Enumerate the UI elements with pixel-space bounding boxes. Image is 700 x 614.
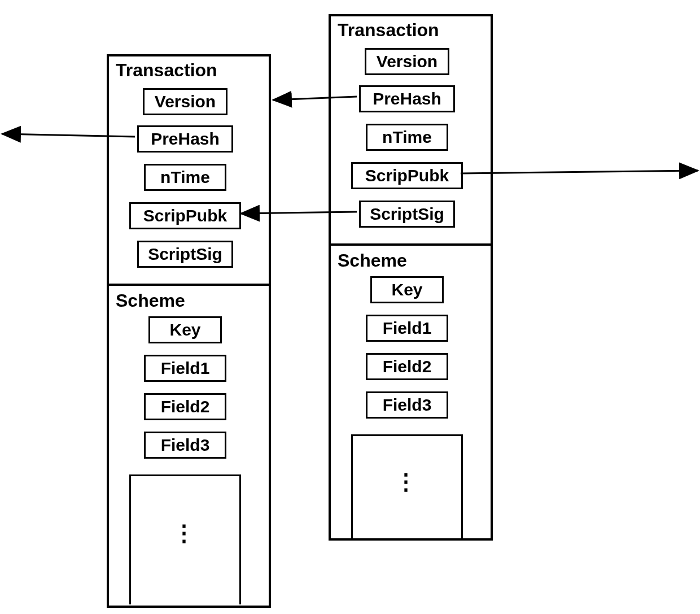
arrow-right-scrippubk-out bbox=[461, 171, 698, 173]
right-transaction-title: Transaction bbox=[331, 16, 444, 43]
left-vdots-icon: ⋮ bbox=[180, 520, 188, 547]
right-prehash-cell: PreHash bbox=[359, 85, 455, 112]
right-field1-label: Field1 bbox=[383, 319, 432, 338]
left-scrippubk-label: ScripPubk bbox=[143, 206, 227, 225]
left-field2-cell: Field2 bbox=[144, 393, 226, 420]
left-scrippubk-cell: ScripPubk bbox=[129, 202, 241, 229]
left-block: Transaction Version PreHash nTime ScripP… bbox=[107, 54, 271, 608]
right-key-label: Key bbox=[391, 280, 422, 299]
right-vdots-icon: ⋮ bbox=[402, 468, 410, 495]
right-prehash-label: PreHash bbox=[373, 89, 441, 108]
right-version-cell: Version bbox=[365, 48, 449, 75]
left-transaction-title: Transaction bbox=[109, 56, 222, 83]
right-scriptsig-cell: ScriptSig bbox=[359, 201, 455, 228]
right-version-label: Version bbox=[377, 52, 438, 71]
right-field3-label: Field3 bbox=[383, 395, 432, 415]
left-field3-label: Field3 bbox=[161, 436, 210, 455]
right-ntime-cell: nTime bbox=[366, 124, 448, 151]
left-scheme-title: Scheme bbox=[109, 287, 190, 313]
right-field2-label: Field2 bbox=[383, 357, 432, 376]
left-ntime-label: nTime bbox=[160, 168, 210, 187]
right-scrippubk-cell: ScripPubk bbox=[351, 162, 463, 189]
left-divider bbox=[107, 284, 271, 286]
right-divider bbox=[329, 243, 493, 246]
diagram-canvas: Transaction Version PreHash nTime ScripP… bbox=[0, 0, 700, 614]
right-key-cell: Key bbox=[370, 276, 444, 303]
left-ntime-cell: nTime bbox=[144, 164, 226, 191]
right-scriptsig-label: ScriptSig bbox=[370, 204, 444, 224]
right-block: Transaction Version PreHash nTime ScripP… bbox=[329, 14, 493, 541]
left-field3-cell: Field3 bbox=[144, 432, 226, 459]
right-field3-cell: Field3 bbox=[366, 391, 448, 419]
left-field2-label: Field2 bbox=[161, 397, 210, 416]
right-scrippubk-label: ScripPubk bbox=[365, 166, 449, 185]
left-scriptsig-label: ScriptSig bbox=[148, 245, 222, 264]
right-scheme-title: Scheme bbox=[331, 247, 412, 273]
right-ntime-label: nTime bbox=[382, 128, 432, 147]
left-prehash-cell: PreHash bbox=[137, 125, 233, 153]
left-field1-label: Field1 bbox=[161, 359, 210, 378]
right-field2-cell: Field2 bbox=[366, 353, 448, 380]
left-version-label: Version bbox=[155, 92, 216, 111]
left-field1-cell: Field1 bbox=[144, 355, 226, 382]
left-prehash-label: PreHash bbox=[151, 129, 220, 149]
right-field1-cell: Field1 bbox=[366, 315, 448, 342]
left-key-cell: Key bbox=[148, 316, 222, 343]
left-scriptsig-cell: ScriptSig bbox=[137, 241, 233, 268]
left-version-cell: Version bbox=[143, 88, 228, 115]
left-key-label: Key bbox=[169, 320, 200, 339]
